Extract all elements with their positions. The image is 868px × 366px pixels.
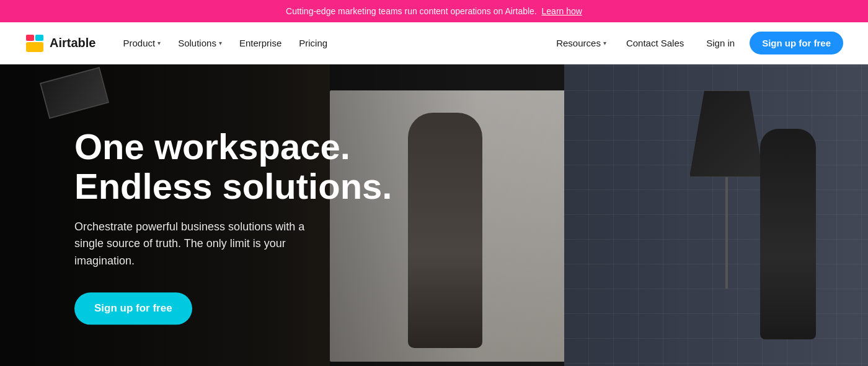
signin-button[interactable]: Sign in: [696, 33, 745, 53]
chevron-down-icon: ▾: [603, 40, 606, 46]
svg-rect-0: [26, 42, 43, 52]
banner-text: Cutting-edge marketing teams run content…: [286, 6, 537, 16]
signup-button-hero[interactable]: Sign up for free: [74, 293, 192, 325]
navbar: Airtable Product ▾ Solutions ▾ Enterpris…: [0, 22, 868, 64]
signup-button-nav[interactable]: Sign up for free: [750, 32, 843, 54]
svg-rect-2: [35, 35, 43, 41]
nav-item-resources[interactable]: Resources ▾: [549, 33, 614, 53]
hero-softbox: [689, 90, 764, 289]
chevron-down-icon: ▾: [219, 40, 222, 46]
softbox-stand: [725, 177, 728, 289]
hero-title: One workspace. Endless solutions.: [74, 127, 392, 206]
logo[interactable]: Airtable: [25, 33, 95, 53]
nav-item-enterprise[interactable]: Enterprise: [232, 33, 289, 53]
hero-content: One workspace. Endless solutions. Orches…: [74, 127, 392, 325]
hero-section: One workspace. Endless solutions. Orches…: [0, 64, 868, 366]
softbox-body: [689, 90, 764, 177]
hero-subtitle: Orchestrate powerful business solutions …: [74, 219, 322, 271]
nav-right-items: Resources ▾ Contact Sales Sign in Sign u…: [549, 32, 843, 54]
nav-item-product[interactable]: Product ▾: [115, 33, 168, 53]
svg-rect-1: [26, 35, 34, 41]
logo-text: Airtable: [50, 36, 95, 50]
airtable-logo-icon: [25, 33, 45, 53]
banner-link[interactable]: Learn how: [542, 6, 582, 16]
nav-item-pricing[interactable]: Pricing: [291, 33, 335, 53]
nav-item-solutions[interactable]: Solutions ▾: [170, 33, 229, 53]
hero-person-right: [760, 129, 816, 339]
nav-item-contact-sales[interactable]: Contact Sales: [619, 33, 691, 53]
top-banner: Cutting-edge marketing teams run content…: [0, 0, 868, 22]
chevron-down-icon: ▾: [157, 40, 161, 46]
hero-person-main: [408, 113, 482, 348]
nav-left-items: Product ▾ Solutions ▾ Enterprise Pricing: [115, 33, 549, 53]
